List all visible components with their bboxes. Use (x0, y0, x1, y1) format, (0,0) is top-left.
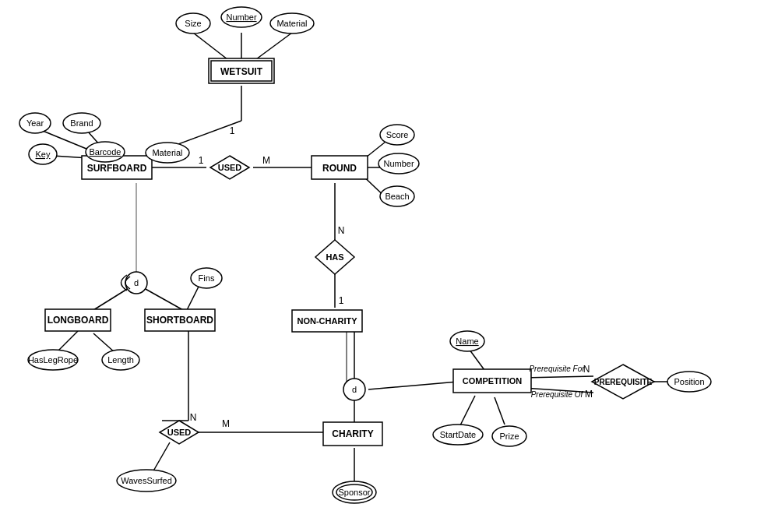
attr-wetsuit-number-label: Number (226, 12, 256, 22)
label-prereq-for: Prerequisite For (529, 365, 585, 373)
attr-fins-label: Fins (199, 273, 215, 283)
attr-year-label: Year (26, 118, 44, 128)
attr-surfboard-material-label: Material (152, 148, 182, 157)
label-prereq-of: Prerequisite Of (531, 390, 584, 399)
attr-sponsor-label: Sponsor (339, 488, 371, 497)
attr-beach-label: Beach (385, 192, 409, 201)
attr-prize-label: Prize (499, 432, 519, 441)
attr-round-number-label: Number (383, 159, 414, 168)
attr-wavessurfed-label: WavesSurfed (121, 476, 172, 485)
card-wetsuit-surfboard: 1 (230, 125, 235, 136)
card-used2-charity: M (222, 418, 230, 429)
svg-line-33 (495, 397, 505, 425)
card-surfboard-used: 1 (199, 155, 204, 166)
entity-competition-label: COMPETITION (463, 376, 522, 386)
specialization-group: d d (121, 272, 366, 400)
svg-line-21 (93, 333, 115, 353)
attr-wetsuit-material-label: Material (276, 19, 307, 28)
rel-prerequisite-label: PREREQUISITE (594, 378, 653, 386)
entity-charity-label: CHARITY (332, 428, 373, 439)
card-prereq-of-m: M (585, 389, 593, 400)
attr-length-label: Length (107, 355, 134, 365)
svg-line-37 (368, 382, 458, 389)
card-shortboard-used2: N (190, 412, 197, 423)
connections (43, 33, 680, 481)
spec-competition-d: d (352, 385, 357, 394)
spec-surfboard-d: d (134, 278, 139, 287)
attr-barcode-label: Barcode (90, 147, 121, 157)
rel-used2-label: USED (167, 428, 192, 437)
entity-surfboard-label: SURFBOARD (87, 163, 147, 174)
svg-line-34 (523, 376, 593, 378)
rel-has-label: HAS (326, 252, 343, 262)
attr-brand-label: Brand (70, 118, 93, 128)
diagram-svg: WETSUIT SURFBOARD ROUND LONGBOARD SHORTB… (0, 0, 778, 532)
rel-used1-label: USED (218, 163, 242, 172)
attr-size-label: Size (185, 19, 201, 28)
card-has-noncharity: 1 (339, 295, 344, 306)
er-diagram: WETSUIT SURFBOARD ROUND LONGBOARD SHORTB… (0, 0, 778, 532)
svg-line-32 (459, 396, 475, 427)
attr-startdate-label: StartDate (440, 430, 476, 439)
svg-line-26 (152, 442, 170, 474)
svg-line-19 (144, 288, 183, 310)
entity-longboard-label: LONGBOARD (48, 315, 109, 326)
entity-shortboard-label: SHORTBOARD (146, 315, 213, 326)
attr-score-label: Score (386, 130, 409, 139)
attr-position-label: Position (674, 377, 704, 386)
svg-line-18 (93, 288, 128, 310)
attr-key-label: Key (36, 150, 51, 159)
card-round-has: N (338, 225, 345, 236)
svg-line-22 (187, 287, 199, 310)
entity-non-charity-label: NON-CHARITY (297, 316, 358, 326)
attr-name-label: Name (456, 336, 478, 346)
card-used-round: M (262, 155, 270, 166)
entity-wetsuit-label: WETSUIT (220, 66, 263, 77)
attr-haslegtrope-label: HasLegRope (28, 355, 78, 365)
entity-round-label: ROUND (322, 163, 357, 174)
entity-group: WETSUIT SURFBOARD ROUND LONGBOARD SHORTB… (45, 58, 531, 446)
